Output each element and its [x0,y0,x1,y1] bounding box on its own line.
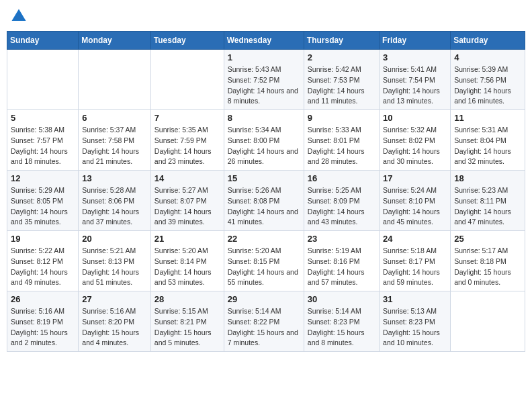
day-info: Sunrise: 5:22 AMSunset: 8:12 PMDaylight:… [11,246,75,288]
day-info: Sunrise: 5:43 AMSunset: 7:52 PMDaylight:… [228,64,300,107]
day-number: 18 [454,173,521,183]
day-info: Sunrise: 5:19 AMSunset: 8:16 PMDaylight:… [308,246,375,288]
day-number: 19 [11,234,75,244]
day-number: 4 [454,52,521,62]
day-number: 21 [154,234,220,244]
day-info: Sunrise: 5:32 AMSunset: 8:02 PMDaylight:… [383,125,447,167]
calendar-cell: 29Sunrise: 5:14 AMSunset: 8:22 PMDayligh… [224,291,304,352]
calendar-cell: 11Sunrise: 5:31 AMSunset: 8:04 PMDayligh… [451,110,525,171]
calendar-cell: 3Sunrise: 5:41 AMSunset: 7:54 PMDaylight… [380,50,451,110]
weekday-header-saturday: Saturday [451,32,525,50]
calendar-week-row: 12Sunrise: 5:29 AMSunset: 8:05 PMDayligh… [7,171,525,231]
day-number: 12 [11,173,75,183]
day-info: Sunrise: 5:27 AMSunset: 8:07 PMDaylight:… [154,185,220,228]
day-number: 3 [383,52,447,62]
calendar-cell: 5Sunrise: 5:38 AMSunset: 7:57 PMDaylight… [7,110,79,171]
calendar-cell: 13Sunrise: 5:28 AMSunset: 8:06 PMDayligh… [79,171,150,231]
calendar-cell: 2Sunrise: 5:42 AMSunset: 7:53 PMDaylight… [304,50,379,110]
day-info: Sunrise: 5:21 AMSunset: 8:13 PMDaylight:… [82,246,146,288]
day-number: 30 [308,294,375,304]
day-number: 2 [308,52,375,62]
day-number: 24 [383,234,447,244]
day-info: Sunrise: 5:23 AMSunset: 8:11 PMDaylight:… [454,185,521,228]
day-number: 29 [228,294,300,304]
calendar-cell: 31Sunrise: 5:13 AMSunset: 8:23 PMDayligh… [380,291,451,352]
day-number: 11 [454,113,521,123]
calendar-cell [451,291,525,352]
day-info: Sunrise: 5:28 AMSunset: 8:06 PMDaylight:… [82,185,146,228]
calendar-cell: 9Sunrise: 5:33 AMSunset: 8:01 PMDaylight… [304,110,379,171]
day-number: 5 [11,113,75,123]
day-info: Sunrise: 5:37 AMSunset: 7:58 PMDaylight:… [82,125,146,167]
day-info: Sunrise: 5:15 AMSunset: 8:21 PMDaylight:… [154,306,220,349]
day-info: Sunrise: 5:42 AMSunset: 7:53 PMDaylight:… [308,64,375,107]
day-info: Sunrise: 5:16 AMSunset: 8:19 PMDaylight:… [11,306,75,349]
day-info: Sunrise: 5:29 AMSunset: 8:05 PMDaylight:… [11,185,75,228]
day-info: Sunrise: 5:14 AMSunset: 8:22 PMDaylight:… [228,306,300,349]
day-number: 6 [82,113,146,123]
calendar-week-row: 5Sunrise: 5:38 AMSunset: 7:57 PMDaylight… [7,110,525,171]
weekday-header-wednesday: Wednesday [224,32,304,50]
weekday-header-sunday: Sunday [7,32,79,50]
calendar-cell: 6Sunrise: 5:37 AMSunset: 7:58 PMDaylight… [79,110,150,171]
day-info: Sunrise: 5:26 AMSunset: 8:08 PMDaylight:… [228,185,300,228]
calendar-cell: 28Sunrise: 5:15 AMSunset: 8:21 PMDayligh… [150,291,224,352]
day-number: 9 [308,113,375,123]
day-info: Sunrise: 5:41 AMSunset: 7:54 PMDaylight:… [383,64,447,107]
day-number: 23 [308,234,375,244]
day-number: 15 [228,173,300,183]
day-number: 26 [11,294,75,304]
day-number: 13 [82,173,146,183]
day-info: Sunrise: 5:14 AMSunset: 8:23 PMDaylight:… [308,306,375,349]
day-info: Sunrise: 5:33 AMSunset: 8:01 PMDaylight:… [308,125,375,167]
calendar-cell: 4Sunrise: 5:39 AMSunset: 7:56 PMDaylight… [451,50,525,110]
calendar-cell: 17Sunrise: 5:24 AMSunset: 8:10 PMDayligh… [380,171,451,231]
day-number: 25 [454,234,521,244]
weekday-header-friday: Friday [380,32,451,50]
day-number: 1 [228,52,300,62]
calendar-cell: 30Sunrise: 5:14 AMSunset: 8:23 PMDayligh… [304,291,379,352]
day-info: Sunrise: 5:13 AMSunset: 8:23 PMDaylight:… [383,306,447,349]
day-info: Sunrise: 5:35 AMSunset: 7:59 PMDaylight:… [154,125,220,167]
calendar-cell: 23Sunrise: 5:19 AMSunset: 8:16 PMDayligh… [304,231,379,291]
day-number: 16 [308,173,375,183]
calendar-cell: 18Sunrise: 5:23 AMSunset: 8:11 PMDayligh… [451,171,525,231]
calendar-cell [150,50,224,110]
weekday-header-thursday: Thursday [304,32,379,50]
day-number: 27 [82,294,146,304]
day-info: Sunrise: 5:31 AMSunset: 8:04 PMDaylight:… [454,125,521,167]
calendar-cell: 21Sunrise: 5:20 AMSunset: 8:14 PMDayligh… [150,231,224,291]
day-number: 22 [228,234,300,244]
calendar-cell [79,50,150,110]
logo [9,7,31,26]
calendar-cell: 14Sunrise: 5:27 AMSunset: 8:07 PMDayligh… [150,171,224,231]
calendar-cell: 27Sunrise: 5:16 AMSunset: 8:20 PMDayligh… [79,291,150,352]
day-number: 8 [228,113,300,123]
weekday-header-row: SundayMondayTuesdayWednesdayThursdayFrid… [7,32,525,50]
day-info: Sunrise: 5:20 AMSunset: 8:15 PMDaylight:… [228,246,300,288]
day-number: 10 [383,113,447,123]
calendar-cell: 1Sunrise: 5:43 AMSunset: 7:52 PMDaylight… [224,50,304,110]
calendar-week-row: 1Sunrise: 5:43 AMSunset: 7:52 PMDaylight… [7,50,525,110]
day-number: 20 [82,234,146,244]
logo-icon [9,7,28,26]
day-info: Sunrise: 5:39 AMSunset: 7:56 PMDaylight:… [454,64,521,107]
calendar-cell: 7Sunrise: 5:35 AMSunset: 7:59 PMDaylight… [150,110,224,171]
calendar-week-row: 26Sunrise: 5:16 AMSunset: 8:19 PMDayligh… [7,291,525,352]
calendar-cell: 12Sunrise: 5:29 AMSunset: 8:05 PMDayligh… [7,171,79,231]
calendar-table: SundayMondayTuesdayWednesdayThursdayFrid… [7,31,525,352]
page-header [7,7,525,26]
day-info: Sunrise: 5:18 AMSunset: 8:17 PMDaylight:… [383,246,447,288]
calendar-cell: 15Sunrise: 5:26 AMSunset: 8:08 PMDayligh… [224,171,304,231]
calendar-week-row: 19Sunrise: 5:22 AMSunset: 8:12 PMDayligh… [7,231,525,291]
day-info: Sunrise: 5:34 AMSunset: 8:00 PMDaylight:… [228,125,300,167]
calendar-cell: 26Sunrise: 5:16 AMSunset: 8:19 PMDayligh… [7,291,79,352]
day-number: 7 [154,113,220,123]
day-info: Sunrise: 5:24 AMSunset: 8:10 PMDaylight:… [383,185,447,228]
calendar-cell [7,50,79,110]
day-number: 17 [383,173,447,183]
calendar-cell: 20Sunrise: 5:21 AMSunset: 8:13 PMDayligh… [79,231,150,291]
day-number: 31 [383,294,447,304]
calendar-cell: 22Sunrise: 5:20 AMSunset: 8:15 PMDayligh… [224,231,304,291]
weekday-header-tuesday: Tuesday [150,32,224,50]
